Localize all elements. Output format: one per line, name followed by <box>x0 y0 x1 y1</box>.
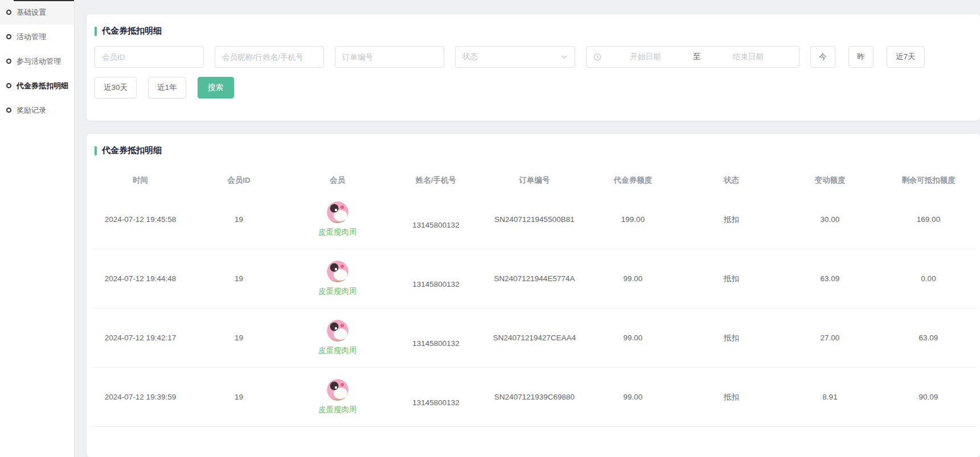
cell-remaining: 0.00 <box>879 249 978 308</box>
member-nickname-link[interactable]: 皮蛋瘦肉周 <box>318 345 357 356</box>
sidebar-top-divider <box>14 0 74 1</box>
status-select-placeholder: 状态 <box>462 52 478 62</box>
sidebar-item-label: 代金券抵扣明细 <box>17 81 68 91</box>
quick-1year-button[interactable]: 近1年 <box>148 77 186 98</box>
cell-member: 皮蛋瘦肉周 <box>288 190 387 249</box>
cell-voucher-amount: 99.00 <box>584 249 682 308</box>
sidebar-item-label: 活动管理 <box>17 32 46 42</box>
cell-change-amount: 8.91 <box>781 368 879 426</box>
sidebar-item[interactable]: 基础设置 <box>0 0 74 24</box>
circle-icon <box>6 34 11 39</box>
quick-7days-button[interactable]: 近7天 <box>887 46 925 68</box>
table-panel-title: 代金券抵扣明细 <box>87 134 980 156</box>
cell-remaining: 90.09 <box>879 368 978 426</box>
member-nickname-link[interactable]: 皮蛋瘦肉周 <box>318 227 357 237</box>
member-avatar <box>327 379 348 401</box>
col-header-status: 状态 <box>682 170 781 190</box>
col-header-order-no: 订单编号 <box>485 170 584 190</box>
cell-order-no: SN2407121944E5774A <box>485 249 584 308</box>
table-row: 2024-07-12 19:42:17 19 皮蛋瘦肉周 13145800132… <box>91 308 977 368</box>
date-range-picker[interactable]: 开始日期 至 结束日期 <box>586 46 799 68</box>
cell-phone: 13145800132 <box>387 368 485 426</box>
cell-time: 2024-07-12 19:44:48 <box>91 249 190 308</box>
member-avatar <box>327 320 348 341</box>
col-header-member: 会员 <box>288 170 387 190</box>
avatar-image <box>327 261 348 282</box>
quick-30days-button[interactable]: 近30天 <box>95 77 137 98</box>
order-no-input[interactable] <box>335 46 444 68</box>
table-row: 2024-07-12 19:45:58 19 皮蛋瘦肉周 13145800132… <box>91 190 977 249</box>
sidebar-item[interactable]: 参与活动管理 <box>0 49 74 73</box>
filter-row-1: 状态 开始日期 至 结束日期 今 昨 近7天 <box>87 46 980 68</box>
cell-voucher-amount: 199.00 <box>584 190 682 249</box>
circle-icon <box>6 59 11 64</box>
cell-member: 皮蛋瘦肉周 <box>288 368 387 426</box>
filter-panel: 代金券抵扣明细 状态 开始日期 至 结束日期 今 昨 近7天 近30天 近1年 … <box>87 14 980 121</box>
member-nickname-link[interactable]: 皮蛋瘦肉周 <box>318 405 357 415</box>
table-panel: 代金券抵扣明细 时间 会员ID 会员 姓名/手机号 订单编号 代金券额度 状态 … <box>87 134 980 457</box>
cell-change-amount: 63.09 <box>781 249 879 308</box>
avatar-image <box>327 320 348 341</box>
cell-change-amount: 30.00 <box>781 190 879 249</box>
cell-member: 皮蛋瘦肉周 <box>288 249 387 308</box>
sidebar-item[interactable]: 代金券抵扣明细 <box>0 73 74 98</box>
cell-phone: 13145800132 <box>387 308 485 367</box>
start-date-placeholder: 开始日期 <box>601 52 690 62</box>
circle-icon <box>6 108 11 113</box>
cell-phone: 13145800132 <box>387 190 485 249</box>
title-accent-bar <box>95 146 97 155</box>
table-body: 2024-07-12 19:45:58 19 皮蛋瘦肉周 13145800132… <box>87 190 980 427</box>
col-header-member-id: 会员ID <box>190 170 288 190</box>
cell-member: 皮蛋瘦肉周 <box>288 308 387 367</box>
member-info-input[interactable] <box>215 46 324 68</box>
sidebar: 基础设置活动管理参与活动管理代金券抵扣明细奖励记录 <box>0 0 75 457</box>
end-date-placeholder: 结束日期 <box>704 52 792 62</box>
col-header-time: 时间 <box>91 170 190 190</box>
avatar-image <box>327 379 348 401</box>
avatar-image <box>327 201 348 223</box>
circle-icon <box>6 10 11 15</box>
cell-time: 2024-07-12 19:42:17 <box>91 308 190 367</box>
col-header-change-amount: 变动额度 <box>781 170 879 190</box>
member-nickname-link[interactable]: 皮蛋瘦肉周 <box>318 286 357 297</box>
circle-icon <box>6 83 11 88</box>
cell-member-id: 19 <box>190 249 288 308</box>
cell-member-id: 19 <box>190 368 288 426</box>
cell-order-no: SN2407121945500B81 <box>485 190 584 249</box>
clock-icon <box>593 53 601 61</box>
cell-remaining: 63.09 <box>879 308 978 367</box>
member-avatar <box>327 261 348 282</box>
cell-voucher-amount: 99.00 <box>584 308 682 367</box>
status-select[interactable]: 状态 <box>455 46 575 68</box>
table-panel-title-text: 代金券抵扣明细 <box>102 145 162 156</box>
sidebar-item-label: 奖励记录 <box>17 105 46 116</box>
cell-status: 抵扣 <box>682 368 781 426</box>
chevron-down-icon <box>561 53 568 60</box>
member-id-input[interactable] <box>95 46 204 68</box>
cell-status: 抵扣 <box>682 249 781 308</box>
filter-panel-title-text: 代金券抵扣明细 <box>102 26 162 36</box>
cell-order-no: SN24071219427CEAA4 <box>485 308 584 367</box>
table-row: 2024-07-12 19:44:48 19 皮蛋瘦肉周 13145800132… <box>91 249 977 308</box>
col-header-voucher-amount: 代金券额度 <box>584 170 682 190</box>
search-button[interactable]: 搜索 <box>198 77 234 98</box>
sidebar-item[interactable]: 奖励记录 <box>0 98 74 122</box>
sidebar-item[interactable]: 活动管理 <box>0 24 74 49</box>
table-row: 2024-07-12 19:39:59 19 皮蛋瘦肉周 13145800132… <box>91 368 977 427</box>
cell-status: 抵扣 <box>682 190 781 249</box>
sidebar-item-label: 基础设置 <box>17 7 46 18</box>
quick-yesterday-button[interactable]: 昨 <box>848 46 874 68</box>
cell-time: 2024-07-12 19:45:58 <box>91 190 190 249</box>
cell-time: 2024-07-12 19:39:59 <box>91 368 190 426</box>
cell-member-id: 19 <box>190 190 288 249</box>
cell-remaining: 169.00 <box>879 190 978 249</box>
cell-voucher-amount: 99.00 <box>584 368 682 426</box>
cell-member-id: 19 <box>190 308 288 367</box>
filter-panel-title: 代金券抵扣明细 <box>87 14 980 36</box>
quick-today-button[interactable]: 今 <box>810 46 835 68</box>
col-header-name-phone: 姓名/手机号 <box>387 170 485 190</box>
table-header-row: 时间 会员ID 会员 姓名/手机号 订单编号 代金券额度 状态 变动额度 剩余可… <box>87 170 980 190</box>
cell-phone: 13145800132 <box>387 249 485 308</box>
filter-row-2: 近30天 近1年 搜索 <box>87 77 980 98</box>
cell-order-no: SN2407121939C69880 <box>485 368 584 426</box>
